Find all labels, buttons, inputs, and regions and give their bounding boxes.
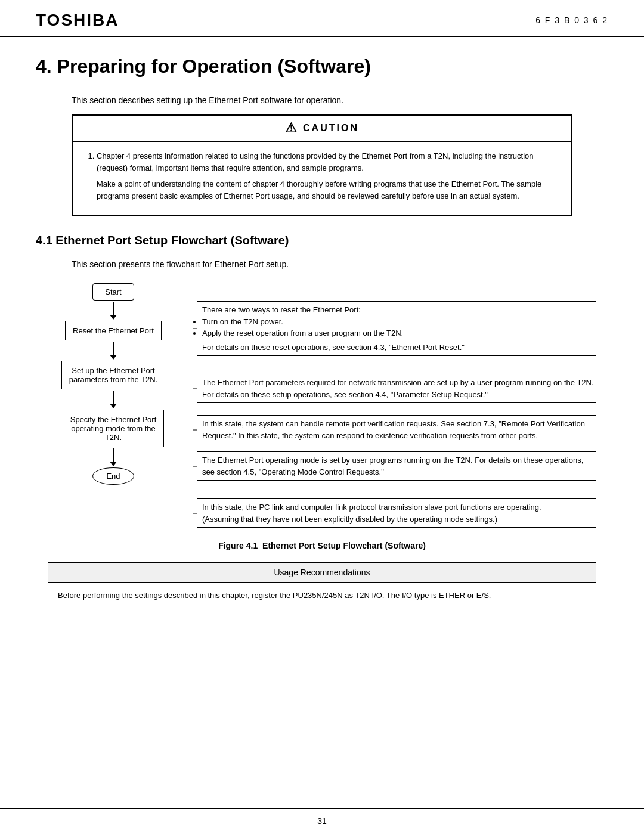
document-number: 6 F 3 B 0 3 6 2: [535, 16, 608, 25]
arrow-2: [110, 342, 117, 360]
arrow-line-4: [113, 448, 114, 462]
caution-body: Chapter 4 presents information related t…: [73, 142, 571, 215]
annotation-3-text: In this state, the system can handle rem…: [202, 419, 585, 440]
arrow-head-2: [110, 355, 117, 360]
annotation-5-text: In this state, the PC link and computer …: [202, 503, 541, 524]
annotation-1-extra: For details on these reset operations, s…: [202, 342, 596, 354]
chapter-title: 4. Preparing for Operation (Software): [36, 55, 608, 78]
caution-box: ⚠ CAUTION Chapter 4 presents information…: [72, 114, 572, 216]
flow-box-2: Set up the Ethernet Port parameters from…: [61, 361, 166, 389]
annotation-4-text: The Ethernet Port operating mode is set …: [202, 456, 583, 476]
annotation-1: There are two ways to reset the Ethernet…: [197, 301, 596, 356]
flow-box-3: Specify the Ethernet Port operating mode…: [63, 410, 165, 447]
arrow-line: [113, 302, 114, 315]
flow-end: End: [92, 467, 134, 485]
annotation-1-text: There are two ways to reset the Ethernet…: [202, 305, 361, 314]
figure-label: Ethernet Port Setup Flowchart (Software): [262, 541, 426, 550]
arrow-head-3: [110, 404, 117, 408]
caution-icon: ⚠: [285, 120, 297, 136]
page-number: ― 31 ―: [306, 816, 337, 826]
annotation-5: In this state, the PC link and computer …: [197, 498, 596, 528]
main-content: 4. Preparing for Operation (Software) Th…: [0, 37, 644, 663]
arrow-head-4: [110, 462, 117, 466]
caution-title: CAUTION: [303, 123, 359, 134]
chapter-intro: This section describes setting up the Et…: [72, 95, 608, 105]
arrow-3: [110, 391, 117, 408]
page-wrapper: TOSHIBA 6 F 3 B 0 3 6 2 4. Preparing for…: [0, 0, 644, 833]
arrow-1: [110, 302, 117, 320]
annotation-2-text: The Ethernet Port parameters required fo…: [202, 378, 594, 399]
usage-box: Usage Recommendations Before performing …: [48, 562, 596, 609]
company-logo: TOSHIBA: [36, 11, 119, 30]
annotation-4: The Ethernet Port operating mode is set …: [197, 451, 596, 481]
figure-caption: Figure 4.1 Ethernet Port Setup Flowchart…: [36, 541, 608, 550]
flowchart-annotations: There are two ways to reset the Ethernet…: [197, 283, 596, 535]
flowchart-section: Start Reset the Ethernet Port Set up the…: [48, 283, 596, 535]
arrow-head: [110, 315, 117, 320]
annotation-1-bullet-2: Apply the reset operation from a user pr…: [202, 327, 596, 339]
annotation-3: In this state, the system can handle rem…: [197, 415, 596, 444]
section-4-1-intro: This section presents the flowchart for …: [72, 259, 608, 269]
annotation-2: The Ethernet Port parameters required fo…: [197, 374, 596, 403]
flow-box-1: Reset the Ethernet Port: [65, 321, 162, 340]
usage-header: Usage Recommendations: [48, 563, 596, 583]
caution-item-1: Chapter 4 presents information related t…: [97, 150, 559, 202]
section-4-1-heading: 4.1 Ethernet Port Setup Flowchart (Softw…: [36, 234, 608, 247]
arrow-line-3: [113, 391, 114, 404]
flow-start: Start: [92, 283, 134, 301]
arrow-line-2: [113, 342, 114, 355]
usage-body: Before performing the settings described…: [48, 583, 596, 609]
flowchart: Start Reset the Ethernet Port Set up the…: [48, 283, 179, 485]
caution-header: ⚠ CAUTION: [73, 116, 571, 142]
page-header: TOSHIBA 6 F 3 B 0 3 6 2: [0, 0, 644, 37]
annotation-1-bullet-1: Turn on the T2N power.: [202, 316, 596, 328]
arrow-4: [110, 448, 117, 466]
page-footer: ― 31 ―: [0, 808, 644, 833]
figure-number: Figure 4.1: [218, 541, 258, 550]
